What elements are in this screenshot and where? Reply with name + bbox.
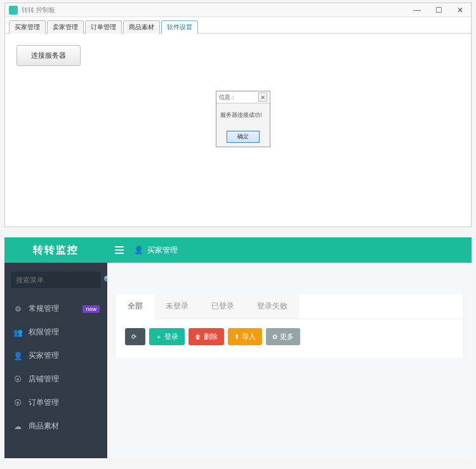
- gear-icon: ✿: [272, 333, 277, 340]
- app-logo-icon: [9, 6, 18, 15]
- breadcrumb-label: 买家管理: [147, 245, 178, 256]
- sidebar-item-permission[interactable]: 👥 权限管理: [4, 320, 107, 344]
- sidebar-item-label: 店铺管理: [29, 374, 59, 385]
- circle-icon: ⦿: [13, 399, 22, 407]
- user-icon: 👤: [13, 352, 22, 360]
- desktop-window: 转转 控制板 — ☐ ✕ 买家管理 卖家管理 订单管理 商品素材 软件设置 连接…: [4, 3, 472, 227]
- dialog-footer: 确定: [216, 128, 270, 147]
- window-titlebar: 转转 控制板 — ☐ ✕: [5, 3, 471, 17]
- dialog-ok-button[interactable]: 确定: [227, 131, 260, 143]
- search-input[interactable]: [16, 276, 103, 284]
- tab-buyer-manage[interactable]: 买家管理: [9, 20, 46, 34]
- maximize-button[interactable]: ☐: [428, 3, 449, 17]
- info-dialog: 信息： ✕ 服务器连接成功! 确定: [216, 91, 270, 147]
- connect-server-button[interactable]: 连接服务器: [17, 45, 81, 66]
- circle-icon: ⦿: [13, 375, 22, 384]
- login-button[interactable]: ＋ 登录: [149, 328, 185, 345]
- close-button[interactable]: ✕: [449, 3, 471, 17]
- filter-tab-logged[interactable]: 已登录: [200, 294, 246, 319]
- window-title: 转转 控制板: [22, 6, 55, 15]
- tab-seller-manage[interactable]: 卖家管理: [47, 20, 84, 34]
- filter-tab-login-fail[interactable]: 登录失败: [246, 294, 299, 319]
- user-icon: 👤: [134, 246, 143, 254]
- sidebar-item-label: 权限管理: [29, 327, 59, 338]
- top-tabs: 买家管理 卖家管理 订单管理 商品素材 软件设置: [5, 17, 471, 34]
- gear-icon: ⚙: [13, 305, 22, 314]
- web-panel: 转转监控 👤 买家管理 🔍 ⚙ 常规管理 new: [4, 237, 472, 458]
- sidebar-item-store[interactable]: ⦿ 店铺管理: [4, 367, 107, 391]
- sidebar-search[interactable]: 🔍: [11, 272, 101, 288]
- refresh-icon: ⟳: [131, 333, 136, 340]
- top-header: 转转监控 👤 买家管理: [4, 237, 472, 263]
- more-label: 更多: [280, 332, 294, 341]
- main-content: 全部 未登录 已登录 登录失败 ⟳ ＋ 登录 🗑: [107, 263, 472, 458]
- tab-software-settings[interactable]: 软件设置: [161, 20, 198, 34]
- tab-order-manage[interactable]: 订单管理: [85, 20, 122, 34]
- action-toolbar: ⟳ ＋ 登录 🗑 删除 ⬆ 导入: [116, 319, 463, 345]
- brand-title: 转转监控: [4, 237, 107, 263]
- plus-icon: ＋: [155, 333, 162, 341]
- filter-tab-not-logged[interactable]: 未登录: [154, 294, 200, 319]
- filter-tab-all[interactable]: 全部: [116, 294, 154, 319]
- sidebar-item-label: 订单管理: [29, 397, 59, 408]
- cloud-icon: ☁: [13, 422, 22, 431]
- dialog-close-button[interactable]: ✕: [258, 93, 267, 102]
- window-content: 连接服务器: [5, 34, 471, 77]
- import-button[interactable]: ⬆ 导入: [228, 328, 262, 345]
- sidebar: 🔍 ⚙ 常规管理 new 👥 权限管理 👤 买家管理 ⦿: [4, 263, 107, 458]
- dialog-title: 信息：: [219, 93, 236, 102]
- dialog-titlebar: 信息： ✕: [216, 91, 270, 103]
- new-badge: new: [83, 305, 100, 313]
- web-body: 🔍 ⚙ 常规管理 new 👥 权限管理 👤 买家管理 ⦿: [4, 263, 472, 458]
- window-controls: — ☐ ✕: [406, 3, 471, 17]
- sidebar-item-label: 常规管理: [29, 303, 59, 314]
- sidebar-item-label: 买家管理: [29, 350, 59, 361]
- filter-tabs: 全部 未登录 已登录 登录失败: [116, 294, 463, 319]
- menu-toggle-icon[interactable]: [115, 246, 124, 254]
- breadcrumb: 👤 买家管理: [134, 245, 178, 256]
- sidebar-item-general[interactable]: ⚙ 常规管理 new: [4, 297, 107, 320]
- refresh-button[interactable]: ⟳: [125, 328, 145, 345]
- sidebar-search-wrap: 🔍: [4, 263, 107, 297]
- import-label: 导入: [242, 332, 256, 341]
- login-label: 登录: [164, 332, 178, 341]
- sidebar-item-label: 商品素材: [29, 421, 59, 432]
- dialog-message: 服务器连接成功!: [216, 103, 270, 128]
- sidebar-menu: ⚙ 常规管理 new 👥 权限管理 👤 买家管理 ⦿ 店铺管理 ⦿: [4, 297, 107, 438]
- delete-button[interactable]: 🗑 删除: [188, 328, 224, 345]
- tab-product-assets[interactable]: 商品素材: [123, 20, 160, 34]
- sidebar-item-assets[interactable]: ☁ 商品素材: [4, 414, 107, 438]
- minimize-button[interactable]: —: [406, 3, 428, 17]
- header-right: 👤 买家管理: [107, 237, 472, 263]
- delete-label: 删除: [204, 332, 218, 341]
- upload-icon: ⬆: [234, 333, 239, 340]
- users-icon: 👥: [13, 328, 22, 337]
- more-button[interactable]: ✿ 更多: [266, 328, 300, 345]
- sidebar-item-buyer[interactable]: 👤 买家管理: [4, 344, 107, 367]
- sidebar-item-order[interactable]: ⦿ 订单管理: [4, 391, 107, 414]
- trash-icon: 🗑: [195, 333, 201, 340]
- content-card: 全部 未登录 已登录 登录失败 ⟳ ＋ 登录 🗑: [116, 294, 463, 358]
